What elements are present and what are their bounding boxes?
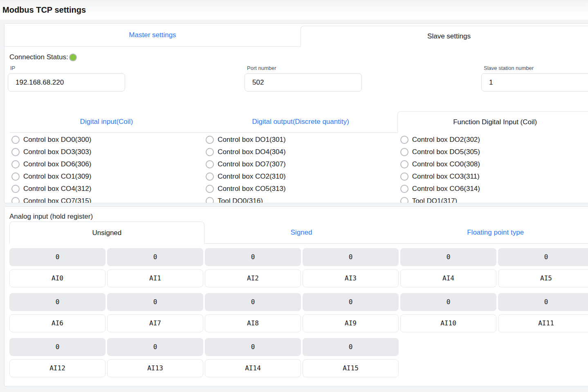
radio-option-control-box-do1-301[interactable]: Control box DO1(301) [204,134,398,146]
analog-values-row: 000000 [9,293,588,311]
analog-input-tabs: UnsignedSignedFloating point type [9,222,588,244]
analog-value-cell: 0 [9,248,105,266]
page-title: Modbus TCP settings [2,5,588,15]
analog-label-cell: AI14 [205,359,301,377]
radio-option-control-box-co6-314[interactable]: Control box CO6(314) [398,183,588,195]
tab-slave-settings[interactable]: Slave settings [301,26,588,47]
tab-master-settings[interactable]: Master settings [4,24,301,46]
tab-label: Function Digital Input (Coil) [453,118,537,126]
radio-row: Control box CO4(312)Control box CO5(313)… [9,183,588,195]
radio-option-control-box-do5-305[interactable]: Control box DO5(305) [398,146,588,158]
tab-label: Signed [291,228,312,237]
port-number-input[interactable] [245,73,362,92]
analog-label-cell: AI12 [9,359,105,377]
port-number-label: Port number [247,65,362,71]
radio-option-label: Control box DO2(302) [412,136,480,144]
analog-input-header: Analog input (hold register) [9,213,588,221]
tab-digital-output-discrete-quantity[interactable]: Digital output(Discrete quantity) [204,111,398,132]
radio-option-control-box-co1-309[interactable]: Control box CO1(309) [9,170,204,183]
tab-digital-input-coil[interactable]: Digital input(Coil) [9,111,204,132]
radio-option-label: Control box CO2(310) [218,172,285,181]
radio-option-label: Control box DO4(304) [218,148,285,156]
radio-icon [206,136,214,144]
radio-icon [400,160,408,168]
radio-icon [11,197,20,203]
port-field-group: Port number [245,65,362,92]
analog-value-cell: 0 [205,248,301,266]
radio-option-tool-do1-317[interactable]: Tool DO1(317) [398,195,588,203]
radio-option-label: Control box DO1(301) [218,136,285,144]
connection-fields: IP Port number Slave station number [4,61,588,111]
radio-option-control-box-do2-302[interactable]: Control box DO2(302) [398,134,588,146]
radio-option-label: Control box CO5(313) [218,185,285,193]
analog-label-cell: AI9 [303,314,399,332]
radio-option-label: Control box CO3(311) [412,172,480,181]
radio-icon [400,136,408,144]
radio-row: Control box CO1(309)Control box CO2(310)… [9,170,588,183]
radio-option-control-box-do3-303[interactable]: Control box DO3(303) [9,146,204,158]
radio-option-control-box-co5-313[interactable]: Control box CO5(313) [204,183,398,195]
analog-label-cell: AI0 [9,269,105,287]
radio-icon [400,197,408,203]
radio-option-tool-do0-316[interactable]: Tool DO0(316) [204,195,398,203]
analog-label-cell: AI15 [303,359,399,377]
radio-option-control-box-co3-311[interactable]: Control box CO3(311) [398,170,588,183]
radio-option-label: Tool DO1(317) [412,197,458,203]
slave-station-number-input[interactable] [481,73,588,92]
analog-label-cell: AI10 [400,314,496,332]
tab-label: Digital output(Discrete quantity) [252,118,349,126]
tab-label: Floating point type [467,228,524,237]
analog-grid-row-pair: 000000AI0AI1AI2AI3AI4AI5 [9,248,588,287]
tab-master-settings-label: Master settings [129,31,176,39]
radio-row: Control box CO7(315)Tool DO0(316)Tool DO… [9,195,588,203]
connection-status-label: Connection Status: [9,53,68,61]
radio-option-control-box-co7-315[interactable]: Control box CO7(315) [9,195,204,203]
radio-option-label: Tool DO0(316) [218,197,263,203]
radio-option-label: Control box DO0(300) [23,136,91,144]
radio-row: Control box DO0(300)Control box DO1(301)… [9,134,588,146]
connection-status-row: Connection Status: [9,53,588,61]
radio-option-control-box-do4-304[interactable]: Control box DO4(304) [204,146,398,158]
analog-label-cell: AI7 [107,314,203,332]
tab-signed[interactable]: Signed [204,222,399,243]
main-tabs: Master settings Slave settings [4,24,588,47]
tab-label: Digital input(Coil) [80,118,133,126]
analog-label-cell: AI2 [205,269,301,287]
ip-label: IP [10,65,126,71]
ip-input[interactable] [8,73,125,92]
analog-value-cell: 0 [303,293,399,311]
radio-option-control-box-do6-306[interactable]: Control box DO6(306) [9,158,204,170]
radio-option-control-box-do7-307[interactable]: Control box DO7(307) [204,158,398,170]
radio-option-control-box-co0-308[interactable]: Control box CO0(308) [398,158,588,170]
analog-value-cell: 0 [400,248,496,266]
radio-icon [400,172,408,181]
analog-label-cell: AI11 [498,314,588,332]
analog-values-row: 000000 [9,248,588,266]
radio-option-label: Control box CO0(308) [412,160,480,168]
tab-floating-point-type[interactable]: Floating point type [398,222,588,243]
tab-function-digital-input-coil[interactable]: Function Digital Input (Coil) [397,111,588,133]
radio-option-label: Control box DO5(305) [412,148,480,156]
tab-unsigned[interactable]: Unsigned [9,222,204,244]
analog-labels-row: AI12AI13AI14AI15 [9,359,588,377]
radio-option-control-box-co4-312[interactable]: Control box CO4(312) [9,183,204,195]
function-coil-radio-list: Control box DO0(300)Control box DO1(301)… [9,134,588,203]
radio-option-label: Control box CO1(309) [23,172,91,181]
radio-option-label: Control box DO3(303) [23,148,91,156]
analog-value-cell: 0 [107,248,203,266]
slave-station-field-group: Slave station number [481,65,588,92]
analog-label-cell: AI1 [107,269,203,287]
radio-icon [206,148,214,156]
radio-icon [11,172,20,181]
analog-value-cell: 0 [107,293,203,311]
radio-option-control-box-co2-310[interactable]: Control box CO2(310) [204,170,398,183]
radio-option-label: Control box CO6(314) [412,185,480,193]
analog-label-cell: AI5 [498,269,588,287]
analog-grid-row-pair: 000000AI6AI7AI8AI9AI10AI11 [9,293,588,332]
radio-row: Control box DO6(306)Control box DO7(307)… [9,158,588,170]
analog-value-cell: 0 [400,293,496,311]
radio-option-control-box-do0-300[interactable]: Control box DO0(300) [9,134,204,146]
radio-icon [11,185,20,193]
connection-status-dot [69,54,77,61]
analog-label-cell: AI6 [9,314,105,332]
